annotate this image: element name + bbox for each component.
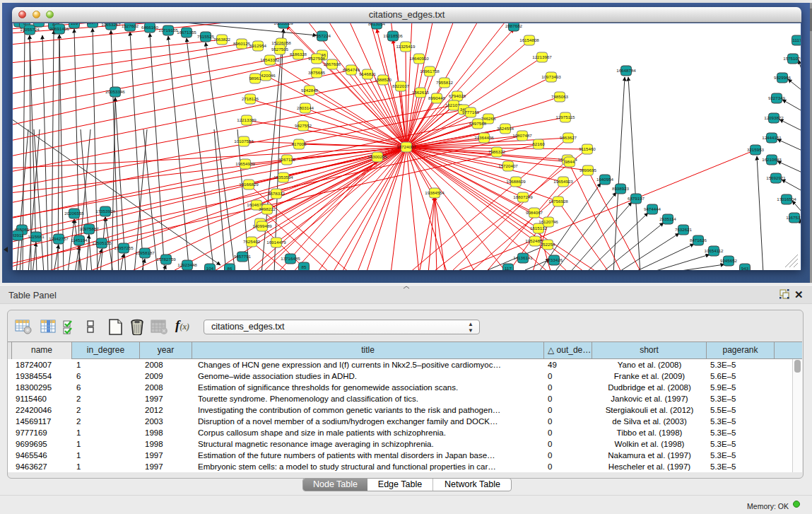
svg-text:9457791: 9457791 <box>234 254 252 259</box>
svg-text:9899695: 9899695 <box>579 168 597 173</box>
svg-text:10654112: 10654112 <box>704 248 724 253</box>
svg-text:98961: 98961 <box>249 76 261 81</box>
svg-text:8186328: 8186328 <box>290 52 307 57</box>
svg-text:20053346: 20053346 <box>105 89 125 94</box>
svg-text:12923448: 12923448 <box>177 262 197 267</box>
svg-text:9227349: 9227349 <box>768 95 786 100</box>
svg-text:10807487: 10807487 <box>512 133 532 138</box>
svg-text:1117: 1117 <box>793 37 801 42</box>
svg-text:19654939: 19654939 <box>235 161 255 166</box>
svg-text:14136141: 14136141 <box>513 255 533 260</box>
svg-text:9329966: 9329966 <box>774 75 792 80</box>
svg-text:10977: 10977 <box>86 23 99 25</box>
svg-text:19218506: 19218506 <box>383 33 403 38</box>
svg-text:16033809: 16033809 <box>273 23 293 25</box>
svg-text:12505135: 12505135 <box>92 240 112 245</box>
svg-text:8454749: 8454749 <box>343 67 360 72</box>
svg-text:12213389: 12213389 <box>237 117 257 122</box>
svg-text:9527505: 9527505 <box>271 47 289 52</box>
svg-text:8813054: 8813054 <box>368 23 386 26</box>
svg-text:9777169: 9777169 <box>462 110 480 115</box>
svg-text:6497568: 6497568 <box>469 121 487 126</box>
svg-text:16648784: 16648784 <box>616 68 636 73</box>
svg-text:2718126: 2718126 <box>242 96 259 101</box>
svg-text:817006: 817006 <box>292 141 307 146</box>
svg-text:8960125: 8960125 <box>233 41 251 46</box>
svg-text:3498222: 3498222 <box>259 206 276 211</box>
svg-text:15353594: 15353594 <box>273 175 293 180</box>
svg-text:9427552: 9427552 <box>295 123 312 128</box>
svg-text:1562615: 1562615 <box>412 90 430 95</box>
svg-text:10107553: 10107553 <box>234 139 254 144</box>
svg-text:9245652: 9245652 <box>720 258 738 263</box>
svg-text:15692971: 15692971 <box>766 175 786 180</box>
svg-text:9: 9 <box>37 23 40 24</box>
svg-text:6794028: 6794028 <box>449 93 466 98</box>
svg-text:19654923: 19654923 <box>553 179 573 184</box>
svg-text:18300295: 18300295 <box>367 154 387 159</box>
svg-text:104: 104 <box>206 266 214 270</box>
svg-text:1527602: 1527602 <box>122 23 139 28</box>
svg-text:2935114: 2935114 <box>659 216 676 221</box>
svg-text:16154808: 16154808 <box>519 37 539 42</box>
svg-text:9527508: 9527508 <box>308 56 326 61</box>
svg-text:10688609: 10688609 <box>506 179 526 184</box>
svg-text:7485063: 7485063 <box>551 94 569 99</box>
svg-text:10958187: 10958187 <box>135 250 155 255</box>
svg-text:3624554: 3624554 <box>497 126 514 131</box>
svg-text:9463627: 9463627 <box>560 135 577 140</box>
svg-text:9844: 9844 <box>565 159 575 164</box>
svg-text:18724007: 18724007 <box>396 144 416 149</box>
svg-text:6466160: 6466160 <box>141 25 159 30</box>
svg-text:12444151: 12444151 <box>762 135 782 140</box>
svg-text:12942757: 12942757 <box>49 236 69 241</box>
svg-text:8678332: 8678332 <box>268 191 286 196</box>
svg-text:9084067: 9084067 <box>526 210 543 215</box>
svg-text:6879197: 6879197 <box>628 196 645 201</box>
svg-text:252254: 252254 <box>541 242 555 247</box>
svg-text:18807249: 18807249 <box>513 194 533 199</box>
svg-text:15720407: 15720407 <box>498 163 518 168</box>
svg-text:746266: 746266 <box>481 116 496 121</box>
svg-text:1588520: 1588520 <box>375 77 392 82</box>
svg-text:17016504: 17016504 <box>777 197 796 201</box>
svg-text:12975115: 12975115 <box>555 115 575 119</box>
svg-text:8471626: 8471626 <box>690 238 707 243</box>
svg-text:10653267: 10653267 <box>101 23 121 27</box>
svg-text:7663822: 7663822 <box>213 37 231 42</box>
svg-text:21364436: 21364436 <box>474 135 494 140</box>
svg-text:15751074: 15751074 <box>783 56 801 61</box>
svg-text:9146821: 9146821 <box>359 71 377 76</box>
svg-text:2803144: 2803144 <box>297 105 314 110</box>
svg-text:17957255: 17957255 <box>114 245 134 250</box>
svg-text:19756928: 19756928 <box>548 199 568 204</box>
svg-text:85: 85 <box>302 264 307 269</box>
svg-text:16914479: 16914479 <box>266 240 286 245</box>
svg-text:943: 943 <box>741 266 749 270</box>
svg-text:1733426: 1733426 <box>546 257 563 262</box>
svg-text:8912954: 8912954 <box>249 43 267 48</box>
svg-text:7955812: 7955812 <box>436 80 454 85</box>
svg-text:19166829: 19166829 <box>239 182 259 187</box>
svg-text:86: 86 <box>228 266 233 270</box>
svg-text:1615132: 1615132 <box>530 226 548 230</box>
svg-text:12213967: 12213967 <box>532 54 552 59</box>
svg-text:8990448: 8990448 <box>428 95 446 100</box>
svg-text:10719155: 10719155 <box>158 28 178 33</box>
svg-text:10973493: 10973493 <box>541 74 561 79</box>
svg-text:8322037: 8322037 <box>392 83 410 88</box>
svg-text:20691406: 20691406 <box>49 26 69 31</box>
svg-text:9474444: 9474444 <box>644 206 661 211</box>
svg-text:7632621: 7632621 <box>675 227 693 232</box>
svg-text:10975887: 10975887 <box>79 226 99 231</box>
svg-text:16961758: 16961758 <box>420 69 440 74</box>
svg-text:109: 109 <box>71 23 78 25</box>
svg-text:20206555: 20206555 <box>64 211 84 216</box>
svg-text:8938923: 8938923 <box>612 186 630 191</box>
svg-text:3875685: 3875685 <box>308 70 326 75</box>
svg-text:1145194: 1145194 <box>71 238 88 243</box>
svg-text:9115460: 9115460 <box>579 146 596 151</box>
svg-text:3267110: 3267110 <box>278 157 295 162</box>
svg-text:14099489: 14099489 <box>252 223 272 228</box>
svg-text:7515525: 7515525 <box>197 34 215 39</box>
